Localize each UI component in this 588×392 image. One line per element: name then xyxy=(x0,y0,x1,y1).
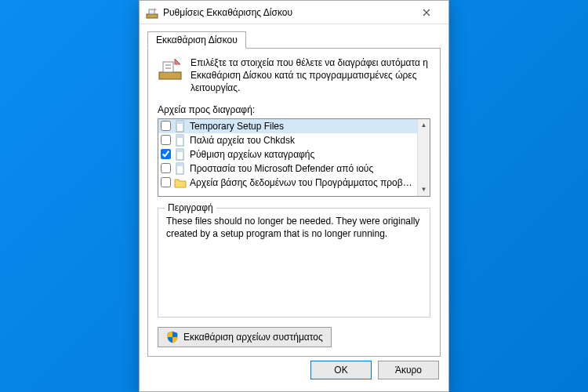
shield-icon xyxy=(166,331,179,343)
tabstrip: Εκκαθάριση Δίσκου xyxy=(147,31,441,49)
scrollbar[interactable]: ▲ ▼ xyxy=(417,119,430,196)
svg-rect-0 xyxy=(147,14,158,18)
ok-button[interactable]: OK xyxy=(310,361,372,379)
file-icon xyxy=(174,134,187,147)
tab-panel: Επιλέξτε τα στοιχεία που θέλετε να διαγρ… xyxy=(147,48,441,357)
svg-rect-4 xyxy=(165,64,171,66)
titlebar: Ρυθμίσεις Εκκαθάρισης Δίσκου xyxy=(140,1,448,24)
scroll-down-button[interactable]: ▼ xyxy=(418,183,430,196)
files-listbox[interactable]: Temporary Setup FilesΠαλιά αρχεία του Ch… xyxy=(158,118,430,197)
list-item-checkbox[interactable] xyxy=(161,121,171,131)
list-item-checkbox[interactable] xyxy=(161,135,171,145)
svg-rect-9 xyxy=(176,135,183,138)
list-item-checkbox[interactable] xyxy=(161,163,171,173)
folder-icon xyxy=(174,176,187,189)
clean-system-files-label: Εκκαθάριση αρχείων συστήματος xyxy=(183,332,323,343)
description-legend: Περιγραφή xyxy=(165,202,216,213)
svg-rect-7 xyxy=(176,121,183,124)
list-item[interactable]: Temporary Setup Files xyxy=(158,119,417,133)
file-icon xyxy=(174,162,187,175)
svg-rect-11 xyxy=(176,149,183,152)
intro-section: Επιλέξτε τα στοιχεία που θέλετε να διαγρ… xyxy=(158,56,430,95)
svg-rect-1 xyxy=(149,9,154,14)
svg-rect-3 xyxy=(163,62,173,72)
list-item[interactable]: Παλιά αρχεία του Chkdsk xyxy=(158,133,417,147)
file-icon xyxy=(174,148,187,161)
description-group: Περιγραφή These files should no longer b… xyxy=(158,208,430,318)
tab-disk-cleanup[interactable]: Εκκαθάριση Δίσκου xyxy=(147,31,246,49)
list-item-label: Παλιά αρχεία του Chkdsk xyxy=(190,135,295,146)
scroll-up-button[interactable]: ▲ xyxy=(418,119,430,132)
list-item-label: Temporary Setup Files xyxy=(190,121,284,132)
svg-rect-2 xyxy=(159,72,181,79)
disk-cleanup-icon xyxy=(146,6,158,19)
dialog-window: Ρυθμίσεις Εκκαθάρισης Δίσκου Εκκαθάριση … xyxy=(139,0,449,392)
dialog-content: Εκκαθάριση Δίσκου Επιλέξτε τα στοιχεία π… xyxy=(140,24,448,357)
close-button[interactable] xyxy=(411,2,442,24)
list-label: Αρχεία προς διαγραφή: xyxy=(158,104,430,115)
svg-rect-13 xyxy=(176,163,183,166)
file-icon xyxy=(174,120,187,132)
list-item-label: Αρχεία βάσης δεδομένων του Προγράμματος … xyxy=(190,177,415,188)
description-text: These files should no longer be needed. … xyxy=(166,215,422,240)
disk-cleanup-large-icon xyxy=(158,56,183,82)
list-item[interactable]: Ρύθμιση αρχείων καταγραφής xyxy=(158,147,417,162)
intro-text: Επιλέξτε τα στοιχεία που θέλετε να διαγρ… xyxy=(191,56,430,95)
list-item[interactable]: Αρχεία βάσης δεδομένων του Προγράμματος … xyxy=(158,176,417,190)
svg-rect-5 xyxy=(165,67,171,69)
clean-system-files-button[interactable]: Εκκαθάριση αρχείων συστήματος xyxy=(158,327,332,347)
list-item-checkbox[interactable] xyxy=(161,149,171,159)
cancel-button[interactable]: Άκυρο xyxy=(378,361,439,379)
dialog-footer: OK Άκυρο xyxy=(140,357,448,391)
list-item-checkbox[interactable] xyxy=(161,177,171,187)
list-item-label: Προστασία του Microsoft Defender από ιού… xyxy=(190,163,373,174)
list-item-label: Ρύθμιση αρχείων καταγραφής xyxy=(190,149,314,160)
window-title: Ρυθμίσεις Εκκαθάρισης Δίσκου xyxy=(163,7,292,18)
list-item[interactable]: Προστασία του Microsoft Defender από ιού… xyxy=(158,162,417,176)
